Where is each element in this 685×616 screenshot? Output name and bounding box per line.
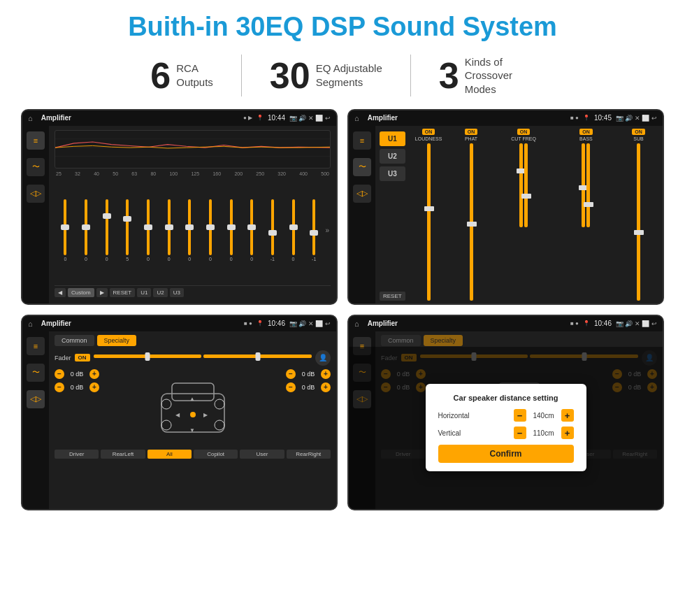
dialog-bg-common: Common bbox=[381, 335, 421, 346]
sub-slider[interactable] bbox=[637, 143, 640, 301]
eq-app-name: Amplifier bbox=[41, 114, 239, 122]
vol-minus-2[interactable]: − bbox=[55, 382, 64, 392]
eq-u1-btn[interactable]: U1 bbox=[137, 288, 151, 297]
eq-screen: ⌂ Amplifier ● ▶ 📍 10:44 📷 🔊 ✕ ⬜ ↩ ≡ 〜 ◁▷ bbox=[21, 109, 338, 305]
cutfreq-slider-2[interactable] bbox=[524, 143, 528, 227]
stat-number-2: 30 bbox=[270, 57, 310, 94]
eq-slider-9[interactable]: 0 bbox=[222, 199, 240, 262]
svg-text:◀: ◀ bbox=[175, 412, 180, 418]
freq-25: 25 bbox=[56, 171, 62, 176]
eq-slider-2[interactable]: 0 bbox=[77, 199, 96, 262]
eq-slider-8[interactable]: 0 bbox=[201, 199, 220, 262]
eq-u2-btn[interactable]: U2 bbox=[153, 288, 167, 297]
freq-40: 40 bbox=[94, 171, 99, 176]
bass-slider-2[interactable] bbox=[586, 143, 590, 227]
svg-point-5 bbox=[161, 399, 171, 409]
fader-rearright-btn[interactable]: RearRight bbox=[287, 450, 331, 459]
cross-sidebar-vol-icon[interactable]: ◁▷ bbox=[353, 185, 371, 203]
eq-slider-5[interactable]: 0 bbox=[139, 199, 158, 262]
bass-slider-1[interactable] bbox=[582, 143, 585, 227]
fader-area: − 0 dB + − 0 dB + bbox=[55, 369, 331, 446]
vol-minus-1[interactable]: − bbox=[55, 369, 64, 379]
fader-sidebar-wave-icon[interactable]: 〜 bbox=[27, 364, 45, 382]
fader-tabs: Common Specialty bbox=[55, 335, 331, 346]
fader-all-btn[interactable]: All bbox=[147, 450, 192, 459]
eq-custom-btn[interactable]: Custom bbox=[68, 288, 94, 297]
cutfreq-on: ON bbox=[517, 129, 531, 135]
ch-u1-btn[interactable]: U1 bbox=[380, 131, 405, 146]
phat-label: PHAT bbox=[465, 136, 477, 141]
vol-plus-3[interactable]: + bbox=[321, 369, 331, 379]
eq-slider-11[interactable]: -1 bbox=[264, 199, 282, 262]
ch-u3-btn[interactable]: U3 bbox=[380, 166, 405, 181]
cross-cutfreq: ON CUT FREQ bbox=[493, 129, 553, 301]
dialog-vertical-minus[interactable]: − bbox=[514, 427, 526, 439]
dialog-vertical-label: Vertical bbox=[438, 429, 461, 437]
eq-reset-btn[interactable]: RESET bbox=[110, 288, 136, 297]
bass-label: BASS bbox=[579, 136, 593, 141]
eq-status-bar: ⌂ Amplifier ● ▶ 📍 10:44 📷 🔊 ✕ ⬜ ↩ bbox=[22, 110, 336, 126]
vol-minus-4[interactable]: − bbox=[286, 382, 296, 392]
fader-copilot-btn[interactable]: Copilot bbox=[194, 450, 238, 459]
eq-u3-btn[interactable]: U3 bbox=[170, 288, 184, 297]
vol-plus-2[interactable]: + bbox=[89, 382, 99, 392]
eq-slider-1[interactable]: 0 bbox=[56, 199, 75, 262]
cross-sidebar-wave-icon[interactable]: 〜 bbox=[353, 158, 371, 176]
loudness-slider[interactable] bbox=[427, 143, 431, 301]
cross-reset-btn[interactable]: RESET bbox=[380, 292, 405, 301]
eq-slider-3[interactable]: 0 bbox=[97, 199, 116, 262]
eq-slider-10[interactable]: 0 bbox=[243, 199, 261, 262]
dialog-overlay: Car speaker distance setting Horizontal … bbox=[349, 347, 663, 509]
slider-val-4: 5 bbox=[126, 257, 129, 262]
crossover-sliders: ON LOUDNESS ON PHAT bbox=[409, 129, 658, 301]
eq-slider-4[interactable]: 5 bbox=[118, 199, 137, 262]
bass-on: ON bbox=[579, 129, 593, 135]
cross-app-name: Amplifier bbox=[368, 114, 566, 122]
eq-slider-13[interactable]: -1 bbox=[305, 199, 324, 262]
eq-graph bbox=[55, 130, 331, 169]
cross-loudness: ON LOUDNESS bbox=[409, 129, 449, 301]
freq-100: 100 bbox=[169, 171, 178, 176]
fader-sidebar: ≡ 〜 ◁▷ bbox=[22, 331, 49, 509]
freq-125: 125 bbox=[191, 171, 199, 176]
eq-sidebar-wave-icon[interactable]: 〜 bbox=[27, 158, 45, 176]
confirm-button[interactable]: Confirm bbox=[438, 445, 574, 463]
eq-prev-btn[interactable]: ◀ bbox=[55, 288, 66, 297]
ch-u2-btn[interactable]: U2 bbox=[380, 149, 405, 164]
cutfreq-slider-1[interactable] bbox=[519, 143, 523, 227]
dialog-horizontal-plus[interactable]: + bbox=[561, 409, 574, 422]
crossover-main: U1 U2 U3 RESET ON LOUDNESS bbox=[375, 126, 663, 303]
fader-bottom: Driver RearLeft All Copilot User RearRig… bbox=[55, 450, 331, 459]
vol-plus-4[interactable]: + bbox=[321, 382, 331, 392]
fader-tab-common[interactable]: Common bbox=[55, 335, 94, 346]
fader-h-slider-1[interactable] bbox=[94, 354, 202, 358]
dialog-bg-tabs: Common Specialty bbox=[381, 335, 657, 346]
fader-user-btn[interactable]: User bbox=[240, 450, 284, 459]
dialog-horizontal-minus[interactable]: − bbox=[514, 409, 526, 422]
eq-status-icons: 📷 🔊 ✕ ⬜ ↩ bbox=[289, 115, 331, 122]
cross-sidebar-eq-icon[interactable]: ≡ bbox=[353, 131, 371, 150]
eq-slider-12[interactable]: 0 bbox=[284, 199, 303, 262]
fader-driver-btn[interactable]: Driver bbox=[55, 450, 99, 459]
fader-sidebar-eq-icon[interactable]: ≡ bbox=[27, 337, 45, 355]
dialog-vertical-ctrl: − 110cm + bbox=[514, 427, 574, 439]
fader-tab-specialty[interactable]: Specialty bbox=[97, 335, 137, 346]
fader-h-slider-2[interactable] bbox=[203, 354, 312, 358]
eq-play-btn[interactable]: ▶ bbox=[96, 288, 108, 297]
fader-rearleft-btn[interactable]: RearLeft bbox=[101, 450, 145, 459]
freq-250: 250 bbox=[256, 171, 264, 176]
eq-slider-6[interactable]: 0 bbox=[159, 199, 178, 262]
eq-sidebar-vol-icon[interactable]: ◁▷ bbox=[27, 185, 45, 203]
dialog-vertical-plus[interactable]: + bbox=[561, 427, 574, 439]
vol-plus-1[interactable]: + bbox=[89, 369, 99, 379]
cutfreq-label: CUT FREQ bbox=[511, 136, 536, 141]
dialog-body: ≡ 〜 ◁▷ Common Specialty Fader ON bbox=[349, 331, 663, 509]
fader-sidebar-vol-icon[interactable]: ◁▷ bbox=[27, 390, 45, 408]
eq-sidebar-eq-icon[interactable]: ≡ bbox=[27, 131, 45, 150]
loudness-on: ON bbox=[422, 129, 435, 135]
page-title: Buith-in 30EQ DSP Sound System bbox=[128, 13, 557, 42]
phat-slider[interactable] bbox=[470, 143, 473, 301]
vol-minus-3[interactable]: − bbox=[286, 369, 296, 379]
cross-home-icon: ⌂ bbox=[354, 114, 359, 122]
eq-slider-7[interactable]: 0 bbox=[180, 199, 199, 262]
